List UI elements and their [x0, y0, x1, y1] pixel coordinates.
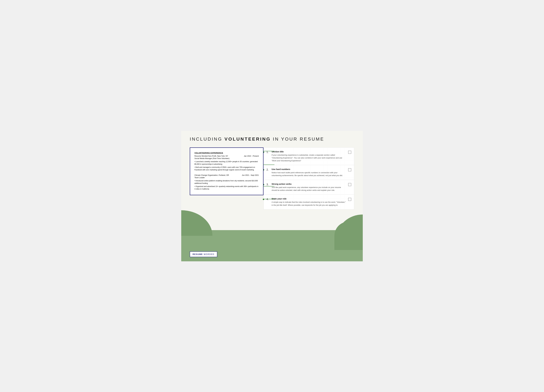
two-column-layout: VOLUNTEERING EXPERIENCE Resume Worded No…	[190, 147, 354, 209]
green-hill-right	[337, 214, 363, 237]
tip-number-2: 2.	[266, 168, 272, 171]
resume-entry1-role: Social Media Manager (Part-Time Voluntee…	[195, 157, 259, 160]
content-area: INCLUDING VOLUNTEERING IN YOUR RESUME VO…	[190, 137, 354, 209]
tip-content-4: State your role A simple way to indicate…	[272, 197, 346, 206]
tip-text-3: Just like paid work experience, any volu…	[272, 186, 346, 192]
tip-content-3: Strong action verbs Just like paid work …	[272, 183, 346, 192]
resume-panel: VOLUNTEERING EXPERIENCE Resume Worded No…	[190, 147, 264, 195]
tip-text-1: If your volunteering experience is subst…	[272, 154, 346, 162]
green-hill-left	[181, 210, 213, 236]
connector-line-3	[263, 186, 274, 186]
logo-area: RESUME WORDED	[190, 251, 217, 257]
connector-line-2	[263, 165, 274, 165]
tip-text-2: Notice how each bullet point references …	[272, 171, 346, 177]
resume-entry2-role: Team Leader	[195, 177, 259, 179]
tip-checkbox-2[interactable]	[348, 168, 351, 171]
page-wrapper: INCLUDING VOLUNTEERING IN YOUR RESUME VO…	[181, 131, 363, 261]
title-bold: VOLUNTEERING	[225, 137, 271, 142]
resume-entry2-bullet1: • Introduced online platform enabling do…	[195, 179, 259, 184]
tip-title-2: Use hard numbers	[272, 168, 346, 170]
logo-worded-text: WORDED	[204, 253, 214, 255]
connector-line-4	[263, 199, 274, 199]
tip-content-1: Section title If your volunteering exper…	[272, 150, 346, 162]
tip-item-2: 2. Use hard numbers Notice how each bull…	[264, 165, 354, 180]
connector-line-1	[263, 151, 274, 151]
resume-entry2-org: Climate Change Organization, Portland, O…	[195, 174, 229, 176]
tip-number-4: 4.	[266, 197, 272, 201]
title-suffix: IN YOUR RESUME	[271, 137, 324, 142]
resume-entry1-org-line: Resume Worded Non-Profit, New York, NY J…	[195, 155, 259, 157]
resume-section-title: VOLUNTEERING EXPERIENCE	[195, 152, 259, 154]
tip-item-4: 4. State your role A simple way to indic…	[264, 195, 354, 209]
logo-resume-text: RESUME	[193, 253, 203, 255]
tip-checkbox-3[interactable]	[348, 183, 351, 186]
tip-number-3: 3.	[266, 183, 272, 186]
tip-title-3: Strong action verbs	[272, 183, 346, 185]
tip-item-1: 1. Section title If your volunteering ex…	[264, 148, 354, 165]
tip-title-1: Section title	[272, 150, 346, 153]
tip-title-4: State your role	[272, 197, 346, 200]
resume-entry1-date: Jan 2022 - Present	[244, 155, 259, 157]
tip-item-3: 3. Strong action verbs Just like paid wo…	[264, 180, 354, 195]
tip-checkbox-1[interactable]	[348, 151, 351, 154]
tip-checkbox-4[interactable]	[348, 198, 351, 201]
title-prefix: INCLUDING	[190, 137, 225, 142]
resume-entry1-org: Resume Worded Non-Profit, New York, NY	[195, 155, 228, 157]
resume-entry2-bullet2: • Organized and advertised 10+ quarterly…	[195, 185, 259, 190]
resume-entry2-org-line: Climate Change Organization, Portland, O…	[195, 174, 259, 176]
resume-spacer	[195, 172, 259, 174]
resume-entry2-date: Jun 2021 - Sept 2021	[242, 174, 259, 176]
tips-panel: 1. Section title If your volunteering ex…	[264, 147, 354, 209]
resume-entry1-bullet1: • Launched a weekly newsletter reaching …	[195, 160, 259, 166]
tip-text-4: A simple way to indicate that the roles …	[272, 201, 346, 206]
main-title: INCLUDING VOLUNTEERING IN YOUR RESUME	[190, 137, 354, 142]
tip-content-2: Use hard numbers Notice how each bullet …	[272, 168, 346, 177]
logo-box: RESUME WORDED	[190, 251, 217, 257]
resume-entry1-bullet2: • Built and managed a community of 2500+…	[195, 166, 259, 171]
